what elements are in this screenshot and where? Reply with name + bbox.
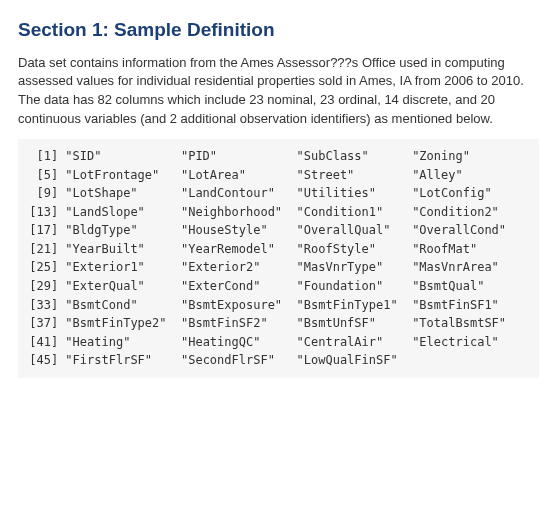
intro-paragraph: Data set contains information from the A…	[18, 54, 539, 129]
section-heading: Section 1: Sample Definition	[18, 16, 539, 44]
code-block-column-names: [1] "SID" "PID" "SubClass" "Zoning" [5] …	[18, 139, 539, 378]
